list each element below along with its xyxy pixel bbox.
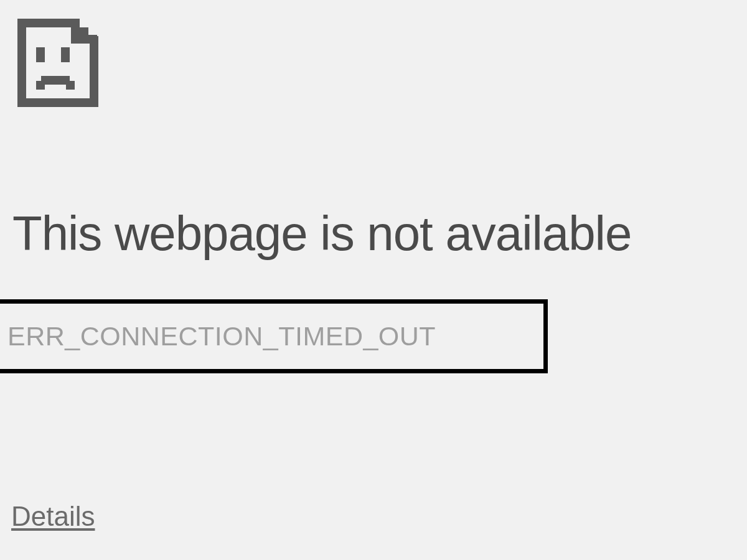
error-heading: This webpage is not available — [12, 205, 736, 262]
svg-rect-4 — [71, 19, 80, 27]
error-code-box: ERR_CONNECTION_TIMED_OUT — [0, 299, 548, 373]
svg-rect-1 — [17, 98, 98, 107]
error-page-container: This webpage is not available ERR_CONNEC… — [0, 0, 747, 386]
svg-rect-10 — [61, 47, 70, 62]
svg-rect-3 — [17, 19, 71, 27]
svg-rect-11 — [41, 76, 70, 85]
error-icon-wrapper — [11, 12, 736, 112]
svg-rect-0 — [17, 19, 26, 106]
svg-rect-2 — [90, 42, 98, 106]
sad-page-icon — [11, 12, 105, 112]
details-link[interactable]: Details — [11, 501, 95, 532]
error-code-text: ERR_CONNECTION_TIMED_OUT — [7, 321, 536, 352]
svg-rect-8 — [88, 35, 97, 44]
svg-rect-6 — [80, 27, 88, 36]
svg-rect-12 — [36, 81, 45, 90]
svg-rect-13 — [66, 81, 75, 90]
svg-rect-5 — [71, 27, 80, 36]
svg-rect-9 — [36, 47, 45, 62]
